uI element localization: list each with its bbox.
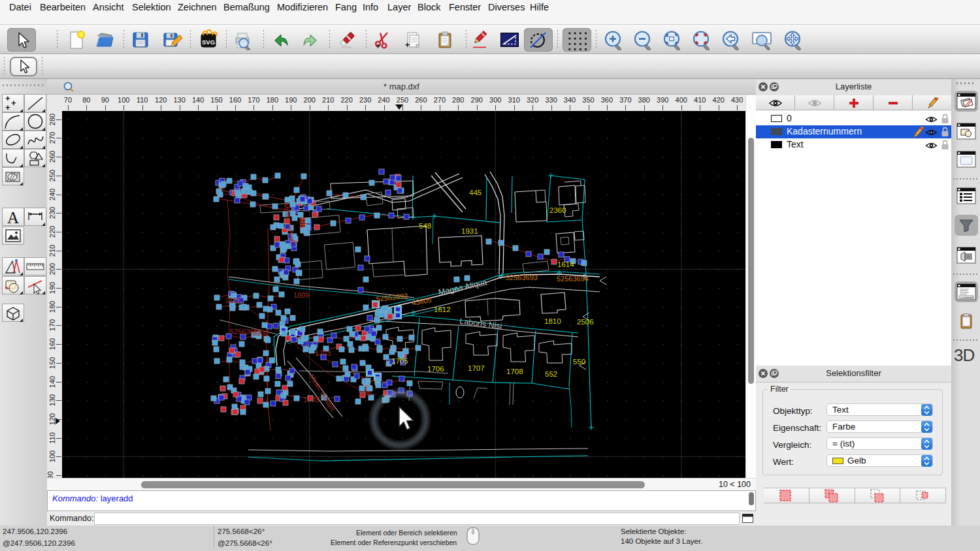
svg-text:1809: 1809 xyxy=(293,291,309,299)
svg-text:1614: 1614 xyxy=(557,260,574,268)
svg-text:506: 506 xyxy=(359,390,370,398)
svg-text:548: 548 xyxy=(419,222,431,230)
svg-text:A: A xyxy=(7,209,19,227)
svg-text:2506: 2506 xyxy=(577,318,594,326)
svg-text:2116: 2116 xyxy=(225,296,241,304)
svg-text:445: 445 xyxy=(469,189,482,197)
svg-text:1705: 1705 xyxy=(391,357,408,365)
svg-text:1612: 1612 xyxy=(434,306,451,313)
svg-text:1810: 1810 xyxy=(544,317,561,325)
svg-text:552: 552 xyxy=(545,370,557,378)
svg-text:+: + xyxy=(5,93,10,103)
svg-text:1703: 1703 xyxy=(303,396,319,403)
svg-text:+: + xyxy=(5,102,10,112)
svg-text:+: + xyxy=(376,42,380,50)
svg-text:SVG: SVG xyxy=(202,39,215,46)
svg-text:1706: 1706 xyxy=(427,365,444,373)
svg-text:1931: 1931 xyxy=(461,227,478,235)
svg-text:52563691: 52563691 xyxy=(230,328,262,336)
svg-text:1708: 1708 xyxy=(506,368,523,375)
svg-text:52563694: 52563694 xyxy=(557,275,589,283)
svg-text:1707: 1707 xyxy=(468,364,485,372)
svg-text:550: 550 xyxy=(573,358,585,366)
svg-text:1703: 1703 xyxy=(315,349,331,357)
svg-text:52563693: 52563693 xyxy=(506,274,538,281)
svg-text:+: + xyxy=(11,98,16,108)
svg-text:+: + xyxy=(405,40,410,50)
svg-text:2360: 2360 xyxy=(549,206,566,214)
svg-text:c_command: c_command xyxy=(960,296,973,299)
